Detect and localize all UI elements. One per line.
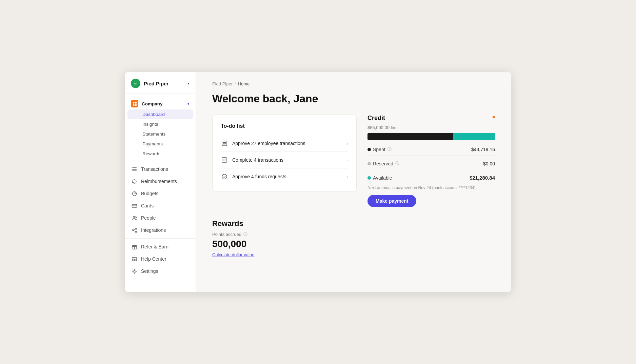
make-payment-button[interactable]: Make payment bbox=[367, 195, 416, 207]
todo-item-icon-2 bbox=[221, 173, 228, 180]
sub-nav-statements[interactable]: Statements bbox=[125, 129, 196, 139]
svg-point-24 bbox=[134, 270, 135, 272]
content-row: To-do list Approve 27 employee transacti… bbox=[212, 115, 495, 207]
pie-icon bbox=[131, 190, 138, 197]
points-value: 500,000 bbox=[212, 239, 495, 249]
sidebar-item-transactions[interactable]: Transactions bbox=[125, 163, 196, 175]
card-icon bbox=[131, 202, 138, 209]
svg-rect-10 bbox=[132, 205, 137, 206]
sidebar-item-settings[interactable]: Settings bbox=[125, 265, 196, 277]
app-window: Pied Piper ▾ Company ▾ bbox=[125, 72, 511, 292]
breadcrumb: Pied Piper / Home bbox=[212, 81, 495, 86]
calculate-dollar-value-link[interactable]: Calculate dollar value bbox=[212, 252, 254, 257]
company-section-icon bbox=[131, 100, 138, 107]
payment-note: Next automatic payment on Nov 24 (bank a… bbox=[367, 185, 495, 190]
sub-nav-insights[interactable]: Insights bbox=[125, 119, 196, 129]
sidebar-divider-2 bbox=[125, 238, 196, 239]
info-icon-points[interactable]: ⓘ bbox=[243, 231, 247, 237]
svg-point-33 bbox=[222, 174, 227, 179]
sidebar-item-help-center[interactable]: Help Center bbox=[125, 253, 196, 265]
company-section-label: Company bbox=[142, 101, 184, 106]
refresh-icon bbox=[131, 178, 138, 185]
credit-label-spent: Spent ⓘ bbox=[367, 146, 392, 152]
sidebar-item-refer-earn[interactable]: Refer & Earn bbox=[125, 241, 196, 253]
sub-nav-dashboard[interactable]: Dashboard bbox=[127, 109, 193, 119]
credit-label-reserved: Reserved ⓘ bbox=[367, 161, 399, 166]
todo-item-1[interactable]: Complete 4 transactions › bbox=[221, 152, 348, 168]
sidebar-label-budgets: Budgets bbox=[141, 191, 158, 196]
credit-row-spent: Spent ⓘ $43,719.16 bbox=[367, 146, 495, 152]
credit-row-divider-2 bbox=[367, 170, 495, 170]
svg-point-12 bbox=[135, 217, 136, 218]
credit-value-available: $21,280.84 bbox=[470, 175, 495, 181]
notification-dot bbox=[493, 116, 495, 118]
sidebar-item-budgets[interactable]: Budgets bbox=[125, 187, 196, 200]
credit-title: Credit bbox=[367, 115, 495, 122]
sidebar-item-reimbursements[interactable]: Reimbursements bbox=[125, 175, 196, 187]
credit-limit-label: $65,000.00 limit bbox=[367, 125, 495, 130]
company-nav-item[interactable]: Company ▾ bbox=[125, 97, 196, 109]
sidebar-label-settings: Settings bbox=[141, 268, 158, 274]
list-icon bbox=[131, 166, 138, 173]
svg-rect-4 bbox=[135, 104, 137, 106]
sidebar-label-cards: Cards bbox=[141, 203, 154, 208]
people-icon bbox=[131, 215, 138, 221]
breadcrumb-separator: / bbox=[235, 81, 236, 86]
todo-item-0[interactable]: Approve 27 employee transactions › bbox=[221, 135, 348, 152]
todo-item-icon-0 bbox=[221, 140, 228, 147]
credit-row-available: Available $21,280.84 bbox=[367, 175, 495, 181]
todo-item-icon-1 bbox=[221, 156, 228, 164]
credit-bar-spent bbox=[367, 133, 453, 140]
todo-title: To-do list bbox=[221, 123, 348, 129]
todo-item-chevron-0: › bbox=[347, 141, 348, 146]
todo-item-text-2: Approve 4 funds requests bbox=[232, 174, 343, 179]
sidebar-item-integrations[interactable]: Integrations bbox=[125, 224, 196, 236]
svg-rect-5 bbox=[132, 167, 137, 168]
sub-nav-payments[interactable]: Payments bbox=[125, 139, 196, 149]
company-section-chevron-icon: ▾ bbox=[187, 102, 190, 106]
credit-bar-available bbox=[453, 133, 495, 140]
svg-rect-1 bbox=[133, 102, 135, 104]
sidebar-label-refer-earn: Refer & Earn bbox=[141, 244, 168, 249]
settings-icon bbox=[131, 268, 138, 275]
company-section: Company ▾ Dashboard Insights Statements … bbox=[125, 97, 196, 159]
company-logo bbox=[131, 79, 140, 88]
todo-item-2[interactable]: Approve 4 funds requests › bbox=[221, 168, 348, 185]
dot-available bbox=[367, 176, 371, 180]
breadcrumb-parent[interactable]: Pied Piper bbox=[212, 81, 233, 86]
todo-item-chevron-1: › bbox=[347, 158, 348, 163]
credit-label-available: Available bbox=[367, 175, 392, 181]
rewards-section: Rewards Points accrued ⓘ 500,000 Calcula… bbox=[212, 219, 495, 258]
dot-reserved bbox=[367, 162, 371, 165]
integrations-icon bbox=[131, 227, 138, 234]
credit-value-reserved: $0.00 bbox=[483, 161, 495, 166]
sidebar-label-integrations: Integrations bbox=[141, 227, 166, 233]
breadcrumb-current: Home bbox=[238, 81, 250, 86]
svg-line-16 bbox=[134, 229, 135, 230]
info-icon-reserved[interactable]: ⓘ bbox=[395, 161, 399, 166]
todo-card: To-do list Approve 27 employee transacti… bbox=[212, 115, 357, 192]
help-icon bbox=[131, 256, 138, 262]
sidebar-label-people: People bbox=[141, 215, 156, 221]
points-label: Points accrued ⓘ bbox=[212, 231, 495, 237]
main-content: Pied Piper / Home Welcome back, Jane To-… bbox=[196, 72, 511, 292]
sidebar-label-help-center: Help Center bbox=[141, 256, 166, 262]
sidebar-divider-1 bbox=[125, 161, 196, 161]
sub-nav: Dashboard Insights Statements Payments R… bbox=[125, 109, 196, 159]
credit-value-spent: $43,719.16 bbox=[471, 147, 495, 152]
svg-point-0 bbox=[133, 81, 138, 86]
sidebar-item-people[interactable]: People bbox=[125, 212, 196, 224]
sidebar-item-cards[interactable]: Cards bbox=[125, 200, 196, 212]
sidebar-header[interactable]: Pied Piper ▾ bbox=[125, 72, 196, 94]
company-name: Pied Piper bbox=[144, 81, 184, 86]
welcome-title: Welcome back, Jane bbox=[212, 93, 495, 105]
credit-row-reserved: Reserved ⓘ $0.00 bbox=[367, 161, 495, 166]
svg-line-17 bbox=[134, 230, 135, 231]
sub-nav-rewards[interactable]: Rewards bbox=[125, 149, 196, 159]
credit-row-divider-1 bbox=[367, 156, 495, 156]
svg-point-13 bbox=[132, 229, 134, 231]
todo-item-text-0: Approve 27 employee transactions bbox=[232, 141, 343, 146]
company-dropdown-icon[interactable]: ▾ bbox=[187, 81, 190, 86]
svg-point-14 bbox=[135, 228, 137, 229]
info-icon-spent[interactable]: ⓘ bbox=[387, 146, 392, 152]
